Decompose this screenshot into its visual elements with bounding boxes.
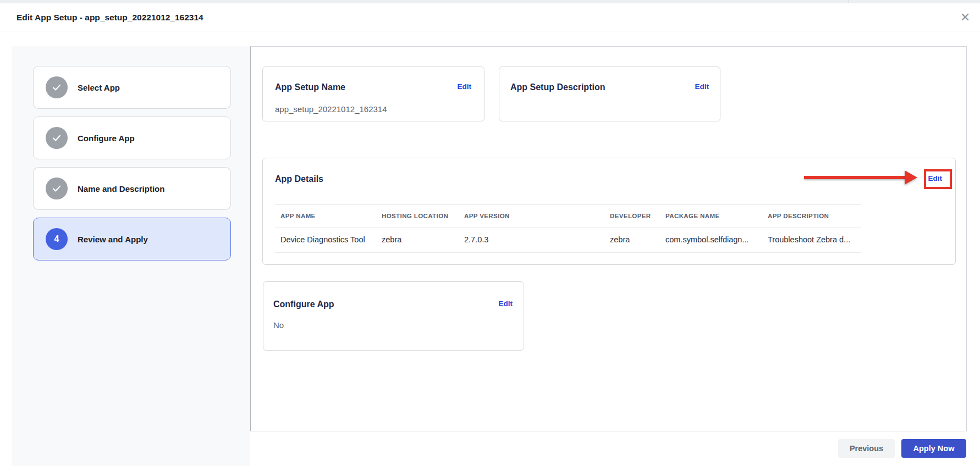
column-header: APP DESCRIPTION	[768, 213, 861, 219]
app-setup-name-title: App Setup Name	[275, 82, 345, 92]
column-header: HOSTING LOCATION	[382, 213, 464, 219]
table-header-row: APP NAME HOSTING LOCATION APP VERSION DE…	[280, 205, 861, 227]
edit-app-setup-description-link[interactable]: Edit	[695, 82, 709, 91]
app-details-title: App Details	[275, 174, 323, 184]
column-header: APP NAME	[280, 213, 382, 219]
app-setup-name-value: app_setup_20221012_162314	[275, 104, 387, 114]
stepper-sidebar: Select App Configure App Name and Descri…	[12, 46, 250, 466]
apply-now-button[interactable]: Apply Now	[901, 439, 966, 458]
modal-title: Edit App Setup - app_setup_20221012_1623…	[16, 3, 203, 31]
column-header: DEVELOPER	[610, 213, 665, 219]
cell-app-name: Device Diagnostics Tool	[280, 235, 382, 244]
step-label: Select App	[78, 83, 120, 92]
red-arrow-head-icon	[905, 170, 917, 185]
step-configure-app[interactable]: Configure App	[33, 116, 231, 159]
configure-app-value: No	[273, 320, 284, 330]
edit-highlight-box	[924, 169, 952, 189]
cell-app-version: 2.7.0.3	[464, 235, 610, 244]
edit-configure-app-link[interactable]: Edit	[499, 299, 513, 308]
table-border-bottom	[275, 252, 861, 253]
step-select-app[interactable]: Select App	[33, 66, 231, 109]
check-icon	[46, 177, 68, 199]
edit-app-setup-modal: Edit App Setup - app_setup_20221012_1623…	[0, 0, 980, 466]
close-icon: ✕	[960, 12, 970, 24]
edit-app-setup-name-link[interactable]: Edit	[458, 82, 472, 91]
column-header: PACKAGE NAME	[665, 213, 768, 219]
cell-app-description: Troubleshoot Zebra d...	[768, 235, 861, 244]
cell-developer: zebra	[610, 235, 665, 244]
close-button[interactable]: ✕	[955, 7, 976, 28]
red-arrow-annotation	[804, 176, 906, 179]
configure-app-title: Configure App	[273, 299, 334, 309]
table-row: Device Diagnostics Tool zebra 2.7.0.3 ze…	[280, 227, 861, 252]
app-details-card: App Details Edit APP NAME HOSTING LOCATI…	[262, 158, 956, 265]
cell-hosting-location: zebra	[382, 235, 464, 244]
check-icon	[46, 76, 68, 98]
cell-package-name: com.symbol.selfdiagn...	[665, 235, 768, 244]
step-number: 4	[54, 234, 59, 244]
app-setup-name-card: App Setup Name Edit app_setup_20221012_1…	[262, 66, 485, 121]
previous-button[interactable]: Previous	[838, 439, 895, 458]
step-label: Name and Description	[78, 184, 164, 193]
step-label: Configure App	[78, 134, 135, 143]
app-setup-description-title: App Setup Description	[510, 82, 605, 92]
step-label: Review and Apply	[78, 235, 148, 244]
step-number-badge: 4	[46, 228, 68, 250]
configure-app-card: Configure App Edit No	[263, 281, 524, 351]
step-name-and-description[interactable]: Name and Description	[33, 167, 231, 210]
modal-header: Edit App Setup - app_setup_20221012_1623…	[0, 3, 980, 31]
column-header: APP VERSION	[464, 213, 610, 219]
step-review-and-apply[interactable]: 4 Review and Apply	[33, 218, 231, 260]
app-setup-description-card: App Setup Description Edit	[499, 66, 720, 121]
check-icon	[46, 127, 68, 149]
